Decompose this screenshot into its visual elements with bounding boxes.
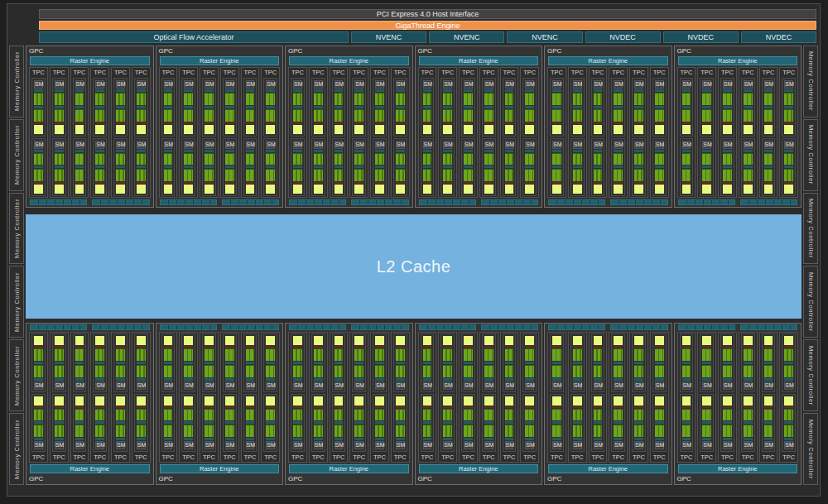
sm-green-block (205, 153, 214, 166)
sm-green-block (423, 169, 432, 181)
tpc-block: TPC SM SM (438, 332, 457, 463)
sm-red-bar (573, 182, 582, 184)
sm-teal-bar (484, 378, 493, 381)
gpc-edge-bars (419, 199, 539, 205)
sm-block: SM (550, 394, 564, 453)
sm-yellow-block (655, 125, 664, 134)
sm-green-block (525, 109, 534, 122)
sm-green-block (314, 93, 323, 105)
sm-teal-bar (95, 421, 104, 424)
raster-engine-label: Raster Engine (459, 465, 498, 473)
sm-label: SM (723, 141, 732, 149)
sm-green-block (573, 425, 582, 437)
tpc-block: TPC SM SM (330, 332, 349, 463)
sm-teal-bar (205, 421, 214, 424)
sm-green-block (55, 409, 64, 421)
sm-block: SM (93, 78, 107, 137)
sm-label: SM (552, 80, 561, 89)
tpc-block: TPC SM SM (288, 67, 307, 198)
tpc-label: TPC (482, 69, 496, 76)
sm-green-block (552, 153, 561, 166)
gpc-label: GPC (677, 475, 799, 482)
sm-block: SM (720, 138, 734, 197)
sm-yellow-block (137, 396, 146, 406)
sm-label: SM (764, 441, 773, 449)
l2-cache-label: L2 Cache (377, 257, 451, 276)
sm-green-block (505, 93, 514, 105)
tpc-block: TPC SM SM (179, 332, 198, 463)
sm-label: SM (205, 382, 214, 390)
tpc-block: TPC SM SM (650, 67, 669, 198)
sm-yellow-block (552, 336, 561, 345)
sm-red-bar (423, 346, 432, 348)
sm-teal-bar (34, 421, 43, 424)
gpc-block: GPC Raster Engine TPC SM SM TPC SM SM (674, 46, 802, 208)
sm-yellow-block (95, 125, 104, 134)
sm-yellow-block (484, 396, 493, 406)
sm-green-block (75, 109, 84, 122)
raster-engine-bar: Raster Engine (419, 464, 539, 473)
sm-green-block (443, 109, 452, 122)
gpc-block: GPC Raster Engine TPC SM SM TPC SM SM (26, 323, 154, 485)
sm-red-bar (375, 182, 384, 184)
sm-block: SM (741, 78, 755, 137)
sm-green-block (702, 169, 711, 181)
sm-green-block (682, 153, 691, 166)
sm-green-block (137, 93, 146, 105)
sm-label: SM (314, 80, 323, 89)
sm-green-block (634, 365, 643, 377)
sm-label: SM (443, 382, 452, 390)
sm-green-block (682, 348, 691, 361)
sm-green-block (396, 409, 405, 421)
sm-label: SM (614, 382, 623, 390)
gpc-row-top: GPC Raster Engine TPC SM SM TPC SM SM (26, 46, 802, 208)
tpc-block: TPC SM SM (739, 67, 758, 198)
sm-green-block (116, 153, 125, 166)
sm-teal-bar (634, 438, 643, 440)
sm-red-bar (116, 182, 125, 184)
sm-red-bar (655, 122, 664, 124)
tpc-label: TPC (632, 454, 646, 461)
tpc-block: TPC SM SM (697, 67, 716, 198)
sm-teal-bar (375, 438, 384, 440)
sm-teal-bar (614, 166, 623, 168)
sm-green-block (335, 365, 344, 377)
sm-green-block (634, 93, 643, 105)
sm-red-bar (594, 122, 603, 124)
sm-red-bar (525, 346, 534, 348)
sm-label: SM (634, 382, 643, 390)
raster-engine-label: Raster Engine (588, 465, 628, 473)
sm-red-bar (184, 406, 193, 408)
sm-label: SM (573, 80, 582, 89)
tpc-label: TPC (161, 454, 176, 461)
sm-block: SM (461, 78, 475, 137)
video-engine-box-2: NVENC (429, 31, 504, 43)
tpc-label: TPC (700, 69, 714, 76)
sm-teal-bar (443, 378, 452, 381)
sm-teal-bar (525, 362, 534, 364)
sm-yellow-block (246, 125, 255, 134)
sm-red-bar (55, 122, 64, 124)
sm-teal-bar (655, 150, 664, 152)
sm-label: SM (335, 80, 344, 89)
sm-block: SM (93, 138, 107, 197)
sm-yellow-block (784, 125, 793, 134)
sm-red-bar (744, 346, 753, 348)
sm-block: SM (332, 138, 346, 197)
tpc-block: TPC SM SM (159, 67, 178, 198)
sm-red-bar (116, 406, 125, 408)
sm-green-block (702, 348, 711, 361)
sm-teal-bar (137, 378, 146, 381)
sm-teal-bar (116, 362, 125, 364)
sm-yellow-block (205, 336, 214, 345)
sm-teal-bar (137, 421, 146, 424)
sm-teal-bar (614, 362, 623, 364)
sm-block: SM (421, 78, 435, 137)
sm-block: SM (611, 394, 625, 453)
tpc-row: TPC SM SM TPC SM SM TPC SM (159, 332, 281, 463)
sm-teal-bar (314, 150, 323, 152)
sm-green-block (354, 409, 363, 421)
memory-controller-segment: Memory Controller (9, 46, 24, 118)
sm-block: SM (680, 394, 694, 453)
sm-green-block (744, 365, 753, 377)
